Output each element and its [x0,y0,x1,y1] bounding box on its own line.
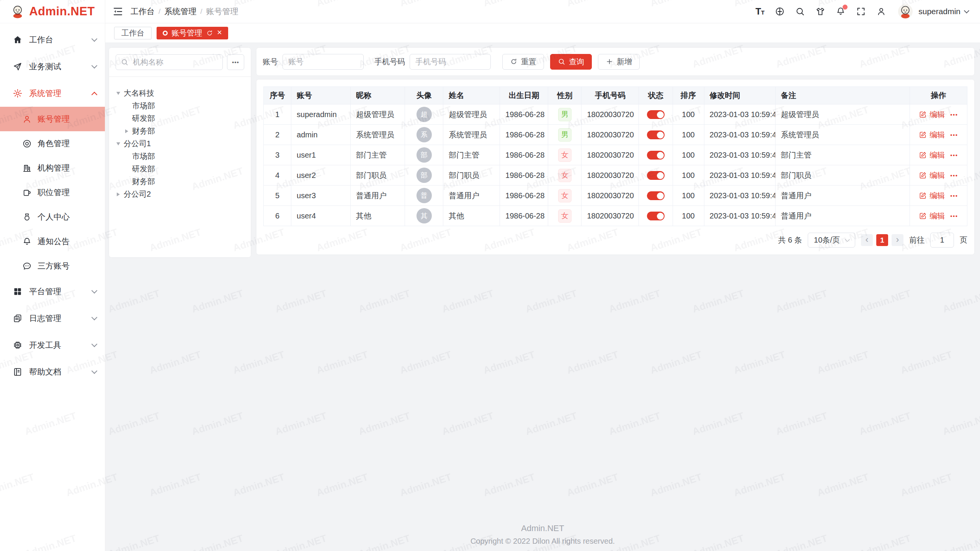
sidebar-item-chip[interactable]: 开发工具 [0,332,105,359]
user-avatar[interactable] [898,4,913,19]
caret-down-icon[interactable] [115,141,121,147]
sidebar-item-grid[interactable]: 平台管理 [0,278,105,305]
more-actions-button[interactable]: ••• [950,132,958,138]
logo[interactable]: Admin.NET [0,0,105,23]
collapse-sidebar-icon[interactable] [112,6,124,17]
tree-node[interactable]: 大名科技 [115,87,245,99]
fullscreen-icon[interactable] [856,7,866,16]
sidebar-subitem-user[interactable]: 账号管理 [0,107,105,131]
tree-node[interactable]: 市场部 [115,150,245,163]
cell-nickname: 系统管理员 [351,125,405,145]
tabs-bar: 工作台 账号管理 × [105,23,980,43]
chevron-down-icon[interactable] [964,8,969,13]
tab-active[interactable]: 账号管理 × [157,27,228,39]
sidebar-subitem-profile[interactable]: 个人中心 [0,205,105,229]
next-page-button[interactable]: › [892,234,903,246]
more-actions-button[interactable]: ••• [950,192,958,199]
username[interactable]: superadmin [918,7,960,16]
org-tree: 大名科技 市场部 研发部 财务部 分公司1 市场部 研发部 财务部 分公司2 [109,87,251,201]
tab-refresh-icon[interactable] [206,29,213,37]
caret-right-icon[interactable] [115,191,121,197]
tree-node-label: 市场部 [132,151,155,161]
search-icon[interactable] [795,7,805,16]
cell-actions: 编辑 ••• [910,125,967,145]
edit-button[interactable]: 编辑 [919,150,945,160]
cell-birthdate: 1986-06-28 [500,165,548,186]
tree-node[interactable]: 财务部 [115,175,245,188]
tree-node[interactable]: 市场部 [115,99,245,112]
cell-avatar: 系 [405,125,443,145]
caret-spacer [124,153,130,160]
tab[interactable]: 工作台 [114,27,152,39]
tree-node[interactable]: 分公司1 [115,137,245,150]
edit-button[interactable]: 编辑 [919,211,945,221]
edit-button[interactable]: 编辑 [919,170,945,181]
edit-icon [919,192,927,200]
column-header: 操作 [910,87,967,104]
column-header: 账号 [291,87,351,104]
more-actions-button[interactable]: ••• [950,172,958,179]
breadcrumb-item[interactable]: 系统管理 [164,6,196,17]
status-toggle[interactable] [647,191,665,200]
edit-icon [919,212,927,220]
notification-bell-icon[interactable] [836,7,846,16]
cell-name: 超级管理员 [443,104,500,125]
cell-seq: 6 [264,206,291,226]
cell-remark: 系统管理员 [775,125,910,145]
more-actions-button[interactable]: ••• [950,213,958,219]
cell-birthdate: 1986-06-28 [500,206,548,226]
sidebar-item-logs[interactable]: 日志管理 [0,305,105,332]
tree-node[interactable]: 分公司2 [115,188,245,201]
prev-page-button[interactable]: ‹ [861,234,873,246]
status-toggle[interactable] [647,171,665,180]
tab-close-icon[interactable]: × [217,28,222,37]
status-toggle[interactable] [647,151,665,160]
sidebar-item-label: 业务测试 [29,61,92,72]
home-icon [13,35,23,45]
edit-button[interactable]: 编辑 [919,130,945,140]
language-icon[interactable] [775,7,785,16]
cell-avatar: 超 [405,104,443,125]
font-size-icon[interactable]: TT [755,7,764,16]
sidebar-item-gear[interactable]: 系统管理 [0,80,105,107]
breadcrumb-item[interactable]: 工作台 [131,6,155,17]
sidebar-item-doc[interactable]: 帮助文档 [0,359,105,385]
account-input[interactable] [283,54,364,70]
tree-node[interactable]: 研发部 [115,163,245,175]
phone-input[interactable] [410,54,491,70]
more-actions-button[interactable]: ••• [950,152,958,158]
edit-button[interactable]: 编辑 [919,109,945,120]
goto-page-input[interactable] [930,233,954,248]
sidebar-subitem-bell[interactable]: 通知公告 [0,229,105,254]
reset-button[interactable]: 重置 [502,54,544,70]
column-header: 备注 [775,87,910,104]
mascot-logo-icon [10,4,25,19]
caret-right-icon[interactable] [124,128,130,134]
search-button[interactable]: 查询 [550,54,592,70]
page-size-select[interactable]: 10条/页 [808,233,855,248]
caret-down-icon[interactable] [115,90,121,96]
topbar: 工作台/系统管理/账号管理 TT [105,0,980,23]
tree-node[interactable]: 财务部 [115,125,245,137]
sidebar-subitem-chat[interactable]: 三方账号 [0,254,105,278]
sidebar-item-home[interactable]: 工作台 [0,26,105,53]
sidebar-item-send[interactable]: 业务测试 [0,53,105,80]
org-search-input[interactable] [132,57,218,67]
status-toggle[interactable] [647,130,665,139]
chevron-down-icon [91,341,98,347]
more-actions-button[interactable]: ••• [950,111,958,118]
sidebar-subitem-org[interactable]: 机构管理 [0,156,105,180]
sidebar-subitem-role[interactable]: 角色管理 [0,131,105,156]
status-toggle[interactable] [647,110,665,119]
sidebar-subitem-position[interactable]: 职位管理 [0,180,105,205]
org-more-button[interactable]: ••• [227,54,244,70]
tree-node[interactable]: 研发部 [115,112,245,125]
current-page[interactable]: 1 [876,234,888,246]
edit-button[interactable]: 编辑 [919,191,945,201]
cell-name: 部门职员 [443,165,500,186]
cell-remark: 部门职员 [775,165,910,186]
add-button[interactable]: 新增 [598,54,640,70]
status-toggle[interactable] [647,212,665,220]
theme-shirt-icon[interactable] [815,7,825,16]
profile-person-icon[interactable] [876,7,886,16]
